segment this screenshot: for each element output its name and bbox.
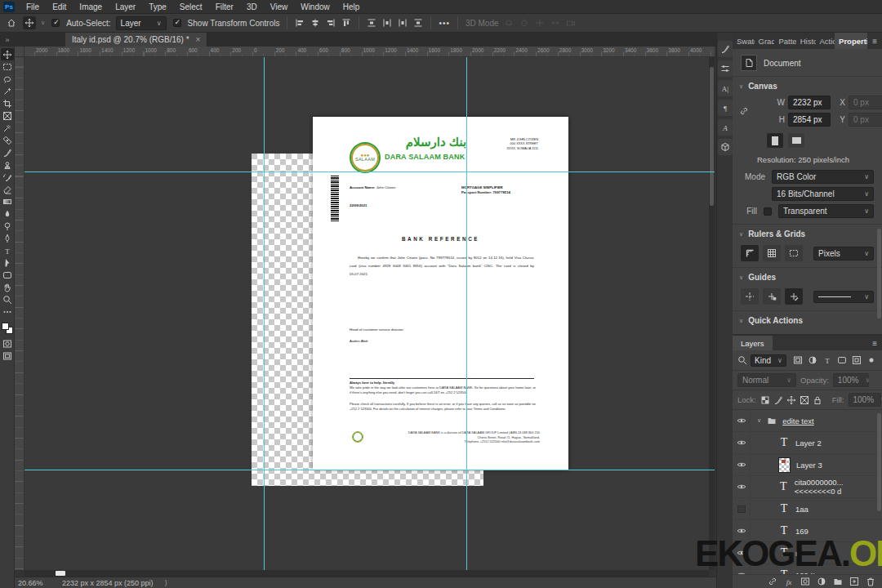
tab-close-icon[interactable]: × bbox=[196, 35, 201, 44]
move-tool[interactable] bbox=[1, 48, 14, 60]
guide-style-dropdown[interactable]: ∨ bbox=[813, 291, 874, 303]
layer-visibility-toggle[interactable] bbox=[733, 476, 751, 497]
layer-row[interactable]: T1aa bbox=[733, 498, 882, 520]
layer-row[interactable]: TLayer 2 bbox=[733, 432, 882, 454]
fill-dropdown[interactable]: Transparent∨ bbox=[778, 204, 874, 218]
group-expand-icon[interactable]: ∨ bbox=[757, 417, 761, 424]
canvas-rulers-icon[interactable] bbox=[741, 245, 759, 261]
menu-help[interactable]: Help bbox=[336, 0, 367, 14]
lock-guides-icon[interactable] bbox=[763, 288, 781, 305]
eyedropper-tool[interactable] bbox=[1, 122, 14, 134]
link-dimensions-icon[interactable] bbox=[733, 106, 749, 116]
lock-position-icon[interactable] bbox=[786, 394, 797, 407]
eraser-tool[interactable] bbox=[1, 183, 14, 195]
3d-camera-icon[interactable] bbox=[566, 18, 576, 28]
zoom-tool[interactable] bbox=[1, 293, 14, 305]
show-transform-checkbox[interactable] bbox=[172, 17, 183, 29]
layer-name[interactable]: cita0000000...<<<<<<<<0 d bbox=[795, 478, 882, 496]
magic-wand-tool[interactable] bbox=[1, 85, 14, 97]
mixer-settings-icon[interactable] bbox=[718, 60, 733, 77]
layer-visibility-toggle[interactable] bbox=[733, 498, 751, 519]
filter-kind-dropdown[interactable]: Kind∨ bbox=[751, 354, 786, 367]
paragraph-panel-icon[interactable]: ¶ bbox=[718, 100, 733, 116]
canvas-area[interactable]: ●●● SALAAM بنك دارسلام DARA SALAAM BANK … bbox=[24, 57, 715, 570]
layer-group-icon[interactable] bbox=[833, 577, 843, 586]
layers-scrollbar-thumb[interactable] bbox=[877, 413, 881, 511]
auto-select-target-dropdown[interactable]: Layer∨ bbox=[116, 16, 167, 30]
fill-opacity-field[interactable]: 100%∨ bbox=[849, 393, 881, 407]
layers-tab[interactable]: Layers bbox=[733, 336, 773, 350]
character-panel-icon[interactable]: A| bbox=[718, 80, 733, 96]
tab-overflow-icon[interactable]: » bbox=[0, 33, 15, 47]
clone-stamp-tool[interactable] bbox=[1, 158, 14, 171]
glyphs-panel-icon[interactable]: A bbox=[718, 119, 733, 136]
menu-window[interactable]: Window bbox=[294, 0, 336, 14]
filter-pixel-layers-icon[interactable] bbox=[792, 354, 804, 367]
3d-roll-icon[interactable] bbox=[519, 18, 529, 28]
crop-tool[interactable] bbox=[1, 97, 14, 109]
horizontal-ruler[interactable]: 2000180016001400120010008006004002000200… bbox=[24, 47, 715, 57]
type-tool[interactable]: T bbox=[1, 244, 14, 256]
orientation-portrait-icon[interactable] bbox=[767, 133, 783, 148]
panel-tab-actio[interactable]: Actio bbox=[816, 33, 835, 49]
foreground-color-swatch[interactable] bbox=[2, 323, 9, 330]
layer-thumbnail[interactable] bbox=[778, 457, 791, 473]
auto-select-checkbox[interactable] bbox=[50, 17, 61, 29]
horizontal-scrollbar[interactable] bbox=[24, 570, 709, 577]
distribute-horizontal-icon[interactable] bbox=[382, 18, 392, 28]
canvas-x-field[interactable]: 0 px bbox=[849, 96, 882, 109]
screen-mode-icon[interactable] bbox=[1, 350, 14, 362]
ruler-corner[interactable] bbox=[15, 47, 24, 57]
foreground-background-colors[interactable] bbox=[2, 323, 13, 334]
menu-file[interactable]: File bbox=[20, 0, 46, 14]
home-icon[interactable] bbox=[5, 16, 18, 29]
panel-scrollbar-thumb[interactable] bbox=[877, 229, 881, 318]
layer-row[interactable]: ∨edite text bbox=[733, 410, 882, 432]
distribute-left-icon[interactable] bbox=[398, 18, 408, 28]
layer-name[interactable]: 1aa bbox=[795, 505, 808, 514]
more-options-icon[interactable]: ••• bbox=[439, 19, 450, 28]
align-center-horizontal-icon[interactable] bbox=[310, 18, 320, 28]
layer-effects-icon[interactable]: fx bbox=[784, 577, 794, 586]
distribute-top-icon[interactable] bbox=[413, 18, 423, 28]
layer-visibility-toggle[interactable] bbox=[733, 432, 751, 453]
panel-tab-histo[interactable]: Histo bbox=[796, 33, 816, 49]
blend-mode-dropdown[interactable]: Normal∨ bbox=[737, 373, 796, 387]
filter-toggle-icon[interactable] bbox=[866, 354, 878, 367]
menu-layer[interactable]: Layer bbox=[109, 0, 142, 14]
panel-tab-swatc[interactable]: Swatc bbox=[733, 33, 755, 49]
bit-depth-dropdown[interactable]: 16 Bits/Channel∨ bbox=[772, 187, 874, 201]
scrollbar-thumb[interactable] bbox=[56, 571, 65, 576]
lock-transparency-icon[interactable] bbox=[760, 394, 771, 407]
text-layer-icon[interactable]: T bbox=[778, 502, 790, 515]
layer-visibility-toggle[interactable] bbox=[733, 454, 751, 475]
shape-tool[interactable] bbox=[1, 269, 14, 281]
layer-name[interactable]: Layer 2 bbox=[795, 439, 822, 448]
document-tab[interactable]: Italy id.psd @ 20.7% (RGB/16) * × bbox=[65, 33, 207, 47]
zoom-level-field[interactable]: 20.66% bbox=[18, 579, 60, 587]
healing-brush-tool[interactable] bbox=[1, 134, 14, 146]
color-mode-dropdown[interactable]: RGB Color∨ bbox=[772, 170, 874, 184]
status-options-icon[interactable]: ⟩ bbox=[165, 579, 168, 587]
blur-tool[interactable] bbox=[1, 207, 14, 220]
guide-vertical-2[interactable] bbox=[466, 57, 467, 570]
move-tool-option-icon[interactable] bbox=[23, 16, 36, 29]
orientation-landscape-icon[interactable] bbox=[788, 133, 804, 148]
frame-tool[interactable] bbox=[1, 109, 14, 122]
filter-smart-objects-icon[interactable] bbox=[851, 354, 863, 367]
layers-menu-icon[interactable]: ≡ bbox=[867, 336, 882, 350]
delete-layer-icon[interactable] bbox=[866, 577, 875, 586]
3d-orbit-icon[interactable] bbox=[504, 18, 514, 28]
edit-guides-icon[interactable] bbox=[785, 288, 803, 305]
align-top-icon[interactable] bbox=[341, 18, 351, 28]
menu-edit[interactable]: Edit bbox=[46, 0, 73, 14]
adjustment-layer-icon[interactable] bbox=[817, 577, 826, 586]
3d-slide-icon[interactable] bbox=[550, 18, 560, 28]
guide-vertical-1[interactable] bbox=[264, 57, 265, 570]
vertical-scrollbar[interactable] bbox=[709, 57, 715, 570]
menu-image[interactable]: Image bbox=[73, 0, 109, 14]
3d-panel-icon[interactable] bbox=[718, 139, 733, 155]
new-layer-icon[interactable] bbox=[849, 577, 859, 586]
layer-name[interactable]: Layer 3 bbox=[796, 461, 822, 470]
layer-visibility-toggle[interactable] bbox=[733, 410, 751, 431]
